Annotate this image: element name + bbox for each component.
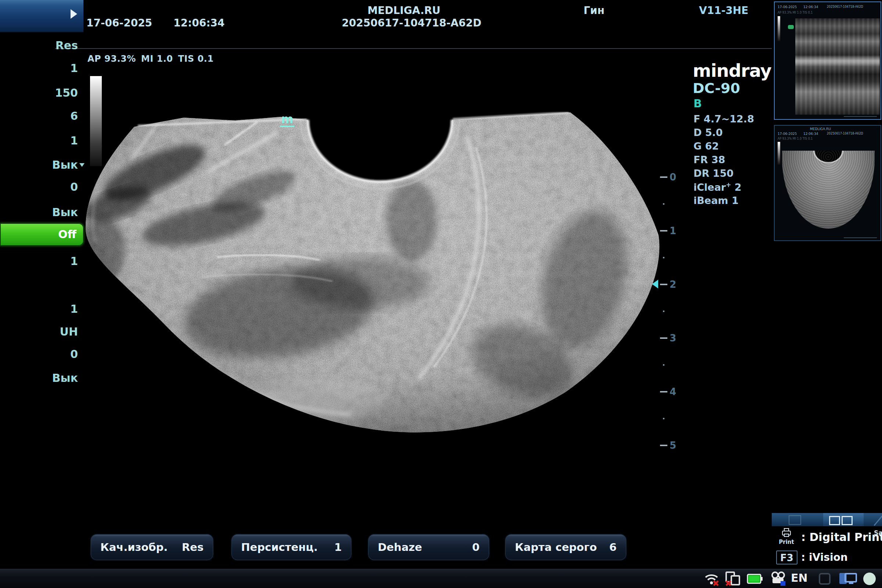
- thumb1-time: 12:06:34: [803, 5, 818, 9]
- thumbnail-clip-1[interactable]: 17-06-2025 12:06:34 20250617-104718-A62D…: [774, 2, 881, 120]
- thumb2-params: AP 93.3% MI 1.0 TIS 0.1: [778, 137, 813, 140]
- exam-preset: Гин: [584, 4, 604, 16]
- sidebar-item-vyk-3[interactable]: Вык: [0, 372, 78, 384]
- thumbnail-clip-2[interactable]: MEDLIGA.RU 17-06-2025 12:06:34 20250617-…: [774, 125, 881, 241]
- off-toggle-button[interactable]: Off: [0, 223, 84, 246]
- softkey-value: 6: [609, 541, 616, 554]
- single-layout-icon[interactable]: [789, 515, 801, 525]
- iclear-value: 2: [735, 182, 742, 193]
- focus-position-marker: [652, 280, 658, 288]
- f3-key[interactable]: F3: [776, 550, 798, 564]
- thumb1-image: [795, 18, 880, 115]
- ruler-label-1: 1: [670, 225, 681, 236]
- ruler-halfdot: [663, 203, 664, 205]
- brand-logo: mindray: [693, 60, 771, 81]
- expand-arrow-icon[interactable]: [70, 9, 77, 19]
- ultrasound-image[interactable]: [0, 0, 882, 588]
- param-gain: G 62: [693, 140, 719, 152]
- param-framerate: FR 38: [693, 154, 725, 165]
- ruler-halfdot: [663, 310, 664, 312]
- thumb2-graybar: [778, 142, 780, 165]
- thermal-index: TIS 0.1: [178, 54, 213, 64]
- thumb1-green-marker: [788, 25, 794, 29]
- ivision-label[interactable]: : iVision: [801, 551, 848, 563]
- sidebar-item-0[interactable]: 0: [0, 180, 78, 193]
- device-model: DC-90: [693, 80, 740, 96]
- camera-record-icon[interactable]: [770, 571, 786, 587]
- sidebar-item-12[interactable]: 0: [0, 348, 78, 360]
- acoustic-output-readout: AP 93.3%MI 1.0TIS 0.1: [87, 54, 219, 64]
- dimmed-tray-icon[interactable]: [817, 571, 833, 587]
- softkey-label: Dehaze: [378, 541, 422, 554]
- ruler-label-4: 4: [670, 386, 681, 397]
- sidebar-item-res[interactable]: Res: [0, 39, 78, 52]
- thumb2-image: [782, 151, 874, 229]
- sidebar-item-10[interactable]: 1: [0, 303, 78, 315]
- header-divider: [55, 48, 772, 49]
- param-ibeam: iBeam 1: [693, 195, 739, 206]
- thumb2-id: 20250617-104718-A62D: [827, 132, 863, 135]
- thumb1-params: AP 93.3% MI 1.0 TIS 0.1: [778, 11, 813, 14]
- param-frequency: F 4.7~12.8: [693, 113, 754, 124]
- sidebar-item-vyk-2[interactable]: Вык: [0, 206, 78, 219]
- ruler-tick: [660, 338, 668, 339]
- acoustic-power: AP 93.3%: [87, 54, 136, 64]
- next-layout-hint: [873, 516, 882, 526]
- softkey-value: Res: [182, 541, 204, 554]
- thumb1-date: 17-06-2025: [778, 5, 797, 9]
- sidebar-item-4[interactable]: 1: [0, 134, 78, 147]
- battery-icon[interactable]: [747, 571, 763, 587]
- ruler-label-5: 5: [670, 440, 681, 451]
- thumb1-scale: [844, 116, 877, 117]
- sidebar-item-150[interactable]: 150: [0, 86, 78, 99]
- softkey-persistence[interactable]: Персистенц. 1: [231, 534, 352, 561]
- exam-time: 12:06:34: [174, 17, 225, 29]
- sidebar-item-vyk-dropdown[interactable]: Вык: [0, 158, 78, 171]
- thumb1-id: 20250617-104718-A62D: [827, 5, 863, 9]
- exam-id: 20250617-104718-A62D: [342, 17, 482, 29]
- sidebar-item-1[interactable]: 1: [0, 62, 78, 75]
- wifi-disconnected-icon[interactable]: [704, 571, 720, 587]
- exam-date: 17-06-2025: [86, 17, 152, 29]
- save-clip-cut-label[interactable]: Sa: [874, 529, 882, 537]
- language-indicator[interactable]: EN: [791, 572, 808, 584]
- grayscale-map-bar: [90, 76, 102, 166]
- system-taskbar: EN: [0, 569, 882, 588]
- print-key-label: Print: [777, 539, 796, 545]
- softkey-image-quality[interactable]: Кач.изобр. Res: [90, 534, 214, 561]
- softkey-dehaze[interactable]: Dehaze 0: [368, 534, 490, 561]
- network-disconnected-icon[interactable]: [725, 571, 741, 587]
- param-iclear: iClear+ 2: [693, 181, 742, 193]
- ruler-label-0: 0: [670, 172, 681, 183]
- ruler-tick: [660, 176, 668, 178]
- layout-switch-bar: [772, 513, 882, 526]
- ultrasound-screen: MEDLIGA.RU Гин V11-3HE 17-06-2025 12:06:…: [0, 0, 882, 588]
- softkey-gray-map[interactable]: Карта серого 6: [505, 534, 627, 561]
- ruler-halfdot: [663, 364, 664, 366]
- sidebar-item-uh[interactable]: UH: [0, 325, 78, 338]
- ruler-tick: [660, 391, 668, 393]
- ruler-halfdot: [663, 257, 664, 258]
- dual-layout-icon[interactable]: [842, 516, 853, 525]
- softkey-value: 1: [334, 541, 342, 554]
- status-circle-icon[interactable]: [861, 571, 878, 587]
- ruler-tick: [660, 445, 668, 446]
- menu-tab[interactable]: [0, 0, 83, 32]
- param-dynamic-range: DR 150: [693, 168, 734, 179]
- param-depth: D 5.0: [693, 127, 723, 138]
- softkey-label: Персистенц.: [241, 541, 318, 554]
- ruler-label-3: 3: [670, 333, 681, 344]
- thumb2-scale: [844, 237, 877, 238]
- iclear-label: iClear: [693, 182, 726, 193]
- dual-layout-icon[interactable]: [829, 516, 840, 525]
- dual-monitor-icon[interactable]: [838, 571, 858, 587]
- print-key[interactable]: Print: [777, 528, 796, 545]
- sidebar-item-9[interactable]: 1: [0, 255, 78, 267]
- probe-model: V11-3HE: [699, 4, 748, 16]
- ruler-label-2: 2: [670, 279, 681, 290]
- digital-print-label[interactable]: : Digital Print: [801, 531, 882, 543]
- chevron-down-icon[interactable]: [80, 163, 84, 167]
- sidebar-item-6[interactable]: 6: [0, 110, 78, 122]
- printer-icon: [781, 528, 792, 537]
- mechanical-index: MI 1.0: [141, 54, 173, 64]
